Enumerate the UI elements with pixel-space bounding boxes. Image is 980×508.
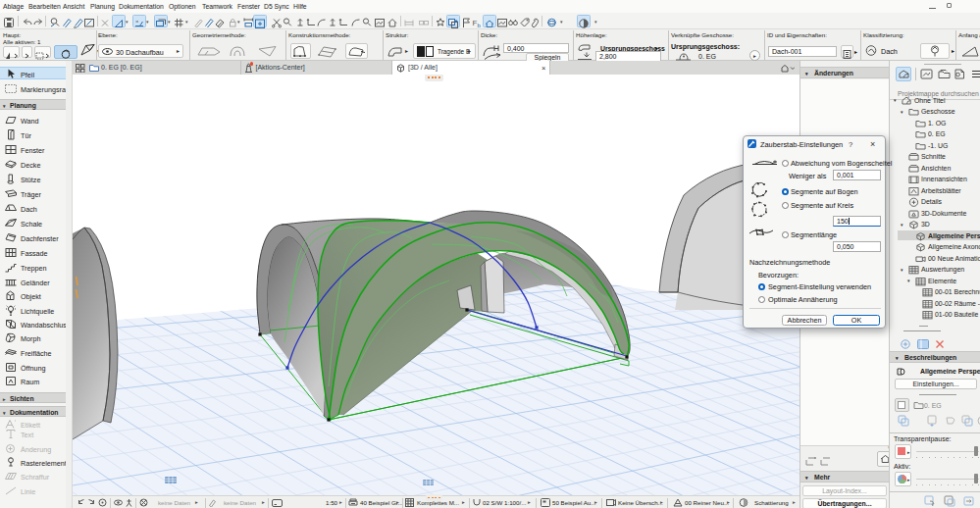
svg-text:b: b xyxy=(478,23,482,28)
